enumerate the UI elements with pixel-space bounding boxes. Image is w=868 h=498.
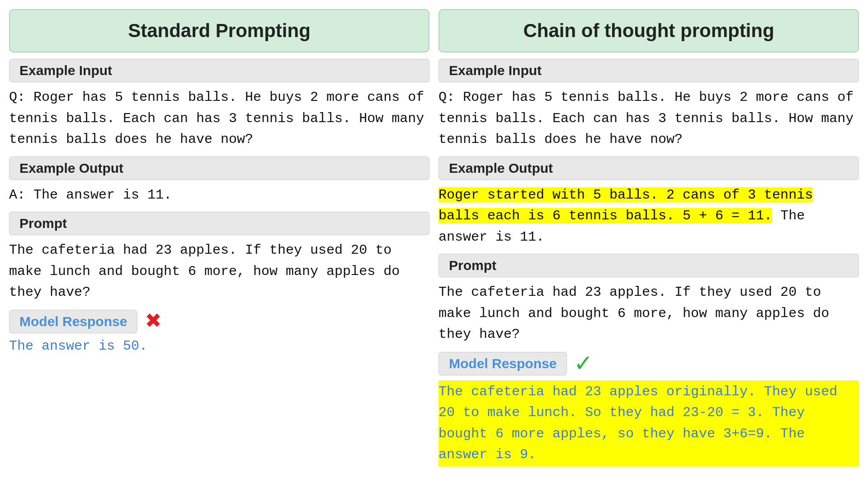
chain-of-thought-header: Chain of thought prompting — [439, 9, 859, 52]
left-model-response-label: Model Response — [9, 310, 137, 333]
right-example-input-label: Example Input — [439, 59, 859, 82]
right-example-output-highlighted: Roger started with 5 balls. 2 cans of 3 … — [439, 187, 813, 224]
right-model-response-row: Model Response ✓ — [439, 351, 859, 378]
left-prompt-section: Prompt The cafeteria had 23 apples. If t… — [9, 212, 429, 303]
right-example-output-text: Roger started with 5 balls. 2 cans of 3 … — [439, 185, 859, 248]
left-model-response-text: The answer is 50. — [9, 338, 429, 354]
left-prompt-label: Prompt — [9, 212, 429, 235]
right-example-output-section: Example Output Roger started with 5 ball… — [439, 157, 859, 248]
left-example-input-label: Example Input — [9, 59, 429, 82]
standard-prompting-panel: Standard Prompting Example Input Q: Roge… — [9, 9, 429, 466]
wrong-icon: ✖ — [146, 309, 161, 336]
chain-of-thought-panel: Chain of thought prompting Example Input… — [439, 9, 859, 466]
left-example-input-section: Example Input Q: Roger has 5 tennis ball… — [9, 59, 429, 150]
right-model-response-label: Model Response — [439, 352, 567, 375]
left-model-response-row: Model Response ✖ — [9, 309, 429, 336]
correct-icon: ✓ — [575, 351, 591, 378]
left-example-input-text: Q: Roger has 5 tennis balls. He buys 2 m… — [9, 87, 429, 150]
standard-prompting-header: Standard Prompting — [9, 9, 429, 52]
left-example-output-section: Example Output A: The answer is 11. — [9, 157, 429, 206]
right-model-response-text: The cafeteria had 23 apples originally. … — [439, 380, 859, 466]
right-prompt-section: Prompt The cafeteria had 23 apples. If t… — [439, 254, 859, 345]
main-container: Standard Prompting Example Input Q: Roge… — [9, 9, 859, 466]
right-example-output-label: Example Output — [439, 157, 859, 180]
left-example-output-label: Example Output — [9, 157, 429, 180]
right-example-input-section: Example Input Q: Roger has 5 tennis ball… — [439, 59, 859, 150]
left-prompt-text: The cafeteria had 23 apples. If they use… — [9, 240, 429, 303]
right-model-response-highlighted: The cafeteria had 23 apples originally. … — [439, 384, 837, 463]
right-example-input-text: Q: Roger has 5 tennis balls. He buys 2 m… — [439, 87, 859, 150]
right-model-response-section: Model Response ✓ The cafeteria had 23 ap… — [439, 351, 859, 466]
right-prompt-label: Prompt — [439, 254, 859, 277]
left-example-output-text: A: The answer is 11. — [9, 185, 429, 206]
left-model-response-section: Model Response ✖ The answer is 50. — [9, 309, 429, 354]
right-prompt-text: The cafeteria had 23 apples. If they use… — [439, 282, 859, 345]
